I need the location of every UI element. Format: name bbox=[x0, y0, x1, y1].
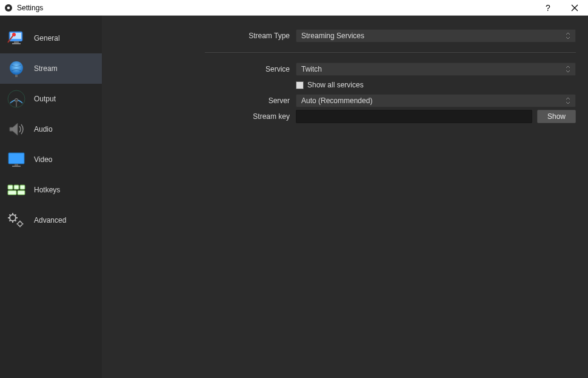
chevron-updown-icon bbox=[563, 95, 573, 107]
label-show-all: Show all services bbox=[307, 81, 364, 89]
help-button[interactable]: ? bbox=[535, 0, 561, 16]
sidebar-item-stream[interactable]: Stream bbox=[0, 53, 102, 84]
sidebar-item-label: Audio bbox=[34, 125, 53, 133]
output-icon bbox=[5, 87, 28, 110]
svg-line-27 bbox=[10, 220, 11, 221]
sidebar-item-label: Output bbox=[34, 95, 56, 103]
select-stream-type[interactable]: Streaming Services bbox=[296, 29, 576, 42]
chevron-updown-icon bbox=[563, 63, 573, 75]
svg-rect-13 bbox=[15, 164, 18, 166]
close-icon bbox=[571, 4, 578, 12]
label-service: Service bbox=[102, 65, 296, 73]
select-service-value: Twitch bbox=[301, 65, 322, 73]
advanced-icon bbox=[5, 209, 28, 232]
svg-point-6 bbox=[12, 33, 16, 36]
svg-rect-8 bbox=[15, 75, 18, 77]
svg-rect-17 bbox=[20, 185, 25, 189]
sidebar-item-general[interactable]: General bbox=[0, 23, 102, 53]
sidebar-item-label: Stream bbox=[34, 64, 58, 73]
chevron-updown-icon bbox=[563, 30, 573, 42]
general-icon bbox=[5, 27, 28, 50]
show-button-label: Show bbox=[547, 112, 566, 121]
workspace: General Stream bbox=[0, 16, 588, 378]
row-show-all: Show all services bbox=[102, 77, 582, 93]
svg-line-25 bbox=[15, 220, 16, 221]
svg-point-29 bbox=[18, 222, 22, 226]
show-button[interactable]: Show bbox=[537, 110, 576, 123]
select-stream-type-value: Streaming Services bbox=[301, 32, 364, 40]
svg-rect-12 bbox=[8, 153, 24, 164]
window-title: Settings bbox=[17, 4, 43, 12]
select-service[interactable]: Twitch bbox=[296, 62, 576, 76]
help-icon: ? bbox=[546, 3, 550, 13]
titlebar: Settings ? bbox=[0, 0, 588, 16]
row-server: Server Auto (Recommended) bbox=[102, 93, 582, 109]
audio-icon bbox=[5, 118, 28, 141]
checkbox-show-all[interactable] bbox=[296, 81, 304, 89]
sidebar-item-advanced[interactable]: Advanced bbox=[0, 205, 102, 235]
select-server-value: Auto (Recommended) bbox=[301, 96, 372, 105]
svg-rect-18 bbox=[8, 191, 16, 195]
label-server: Server bbox=[102, 96, 296, 105]
svg-rect-4 bbox=[14, 41, 19, 43]
sidebar-item-audio[interactable]: Audio bbox=[0, 114, 102, 144]
svg-line-28 bbox=[15, 215, 16, 216]
row-stream-type: Stream Type Streaming Services bbox=[102, 28, 582, 44]
select-server[interactable]: Auto (Recommended) bbox=[296, 94, 576, 107]
sidebar-item-label: General bbox=[34, 34, 60, 42]
svg-point-1 bbox=[7, 6, 10, 9]
sidebar: General Stream bbox=[0, 16, 102, 378]
sidebar-item-output[interactable]: Output bbox=[0, 84, 102, 114]
svg-rect-5 bbox=[12, 43, 21, 44]
svg-rect-19 bbox=[18, 191, 25, 195]
content-panel: Stream Type Streaming Services Service T… bbox=[102, 16, 588, 378]
svg-line-26 bbox=[10, 215, 11, 216]
hotkeys-icon bbox=[5, 178, 28, 201]
sidebar-item-hotkeys[interactable]: Hotkeys bbox=[0, 175, 102, 205]
svg-rect-16 bbox=[14, 185, 19, 189]
input-stream-key[interactable] bbox=[296, 110, 532, 123]
svg-rect-14 bbox=[12, 166, 21, 167]
label-stream-type: Stream Type bbox=[102, 32, 296, 40]
video-icon bbox=[5, 148, 28, 171]
sidebar-item-label: Video bbox=[34, 155, 52, 164]
svg-point-7 bbox=[10, 61, 23, 75]
stream-icon bbox=[5, 57, 28, 80]
sidebar-item-label: Advanced bbox=[34, 216, 66, 224]
label-stream-key: Stream key bbox=[102, 112, 296, 121]
sidebar-item-label: Hotkeys bbox=[34, 186, 60, 194]
close-button[interactable] bbox=[561, 0, 588, 16]
row-stream-key: Stream key Show bbox=[102, 109, 582, 124]
sidebar-item-video[interactable]: Video bbox=[0, 144, 102, 175]
app-icon bbox=[4, 3, 13, 13]
row-service: Service Twitch bbox=[102, 61, 582, 77]
divider bbox=[205, 52, 576, 53]
svg-rect-15 bbox=[8, 185, 13, 189]
